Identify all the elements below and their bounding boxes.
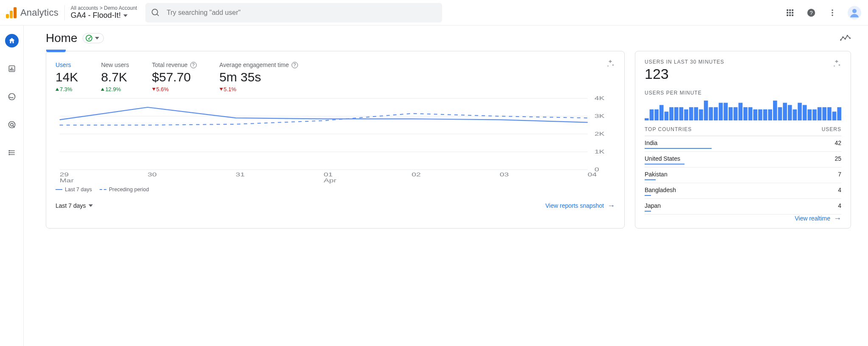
more-icon[interactable]	[826, 7, 838, 19]
page-header: Home	[46, 31, 851, 45]
topbar-actions: ?	[784, 6, 861, 20]
svg-rect-61	[689, 107, 693, 120]
country-row[interactable]: Japan4	[645, 199, 841, 215]
svg-text:Mar: Mar	[60, 178, 74, 183]
svg-rect-80	[783, 103, 787, 120]
svg-text:Apr: Apr	[324, 178, 337, 183]
metric-value: 8.7K	[101, 70, 129, 84]
svg-text:04: 04	[588, 172, 597, 177]
svg-point-30	[844, 38, 846, 39]
help-icon[interactable]: ?	[805, 7, 817, 19]
country-row[interactable]: India42	[645, 136, 841, 152]
help-icon[interactable]: ?	[190, 62, 197, 68]
search-bar[interactable]	[145, 3, 442, 22]
metric-label: Average engagement time?	[220, 61, 298, 68]
country-bar	[645, 148, 712, 149]
svg-rect-25	[8, 150, 9, 151]
svg-rect-60	[684, 109, 688, 120]
svg-rect-73	[748, 107, 753, 120]
top-bar: Analytics All accounts > Demo Account GA…	[0, 0, 868, 25]
svg-rect-75	[758, 109, 762, 120]
analytics-mark-icon	[5, 7, 16, 18]
nav-home-icon[interactable]	[5, 34, 19, 47]
range-picker[interactable]: Last 7 days	[56, 202, 93, 209]
country-bar	[645, 179, 656, 180]
svg-text:1K: 1K	[595, 149, 605, 154]
svg-text:30: 30	[147, 172, 157, 177]
svg-rect-89	[827, 107, 832, 120]
status-chip[interactable]	[83, 33, 104, 43]
metrics-row: Users14K 7.3%New users8.7K 12.9%Total re…	[56, 59, 298, 92]
country-row[interactable]: United States25	[645, 152, 841, 167]
insights-icon[interactable]	[840, 34, 851, 42]
metric-delta: 5.1%	[220, 86, 298, 92]
sparkle-icon[interactable]	[832, 59, 841, 68]
arrow-up-icon	[101, 88, 104, 91]
line-chart-svg: 01K2K3K4K29Mar303101Apr020304	[56, 96, 615, 185]
svg-point-32	[849, 37, 851, 39]
svg-rect-77	[768, 109, 772, 120]
account-avatar[interactable]	[848, 6, 861, 20]
svg-rect-63	[699, 109, 703, 120]
arrow-up-icon	[56, 88, 59, 91]
svg-rect-90	[832, 112, 837, 120]
country-row[interactable]: Bangladesh4	[645, 183, 841, 199]
legend-current: Last 7 days	[56, 187, 92, 193]
svg-rect-27	[8, 154, 9, 155]
arrow-down-icon	[220, 88, 223, 91]
view-realtime-link[interactable]: View realtime →	[795, 215, 841, 222]
svg-rect-64	[704, 100, 708, 120]
metric-users[interactable]: Users14K 7.3%	[56, 61, 78, 92]
svg-rect-6	[787, 14, 788, 16]
country-users: 4	[838, 187, 841, 193]
svg-rect-53	[650, 109, 654, 120]
account-property: GA4 - Flood-It!	[71, 11, 121, 20]
svg-rect-66	[714, 107, 718, 120]
metric-new-users[interactable]: New users8.7K 12.9%	[101, 61, 129, 92]
analytics-logo[interactable]: Analytics	[5, 7, 58, 18]
svg-rect-71	[738, 103, 743, 120]
svg-point-14	[852, 9, 857, 13]
svg-rect-56	[665, 112, 669, 120]
caret-down-icon	[95, 37, 99, 39]
account-switcher[interactable]: All accounts > Demo Account GA4 - Flood-…	[71, 4, 137, 21]
metric-average-engagement-time[interactable]: Average engagement time?5m 35s 5.1%	[220, 61, 298, 92]
country-users: 42	[835, 140, 841, 146]
view-reports-link[interactable]: View reports snapshot →	[545, 202, 615, 209]
svg-rect-74	[753, 109, 757, 120]
cards-row: Users14K 7.3%New users8.7K 12.9%Total re…	[46, 51, 851, 229]
arrow-right-icon: →	[834, 215, 841, 222]
svg-rect-8	[792, 14, 793, 16]
nav-advertising-icon[interactable]	[5, 118, 19, 131]
svg-text:03: 03	[500, 172, 509, 177]
divider	[64, 5, 65, 20]
legend-previous: Preceding period	[100, 187, 149, 193]
svg-rect-26	[8, 152, 9, 153]
svg-rect-78	[773, 100, 777, 120]
nav-reports-icon[interactable]	[5, 62, 19, 75]
nav-configure-icon[interactable]	[5, 146, 19, 159]
help-icon[interactable]: ?	[292, 62, 298, 68]
check-circle-icon	[86, 35, 92, 42]
svg-point-19	[8, 94, 15, 100]
sparkle-icon[interactable]	[606, 59, 615, 68]
chart-legend: Last 7 days Preceding period	[56, 187, 615, 193]
arrow-right-icon: →	[607, 202, 615, 209]
metric-label: Users	[56, 61, 78, 68]
svg-rect-86	[812, 109, 817, 120]
country-row[interactable]: Pakistan7	[645, 167, 841, 183]
search-input[interactable]	[166, 8, 436, 17]
apps-icon[interactable]	[784, 7, 796, 19]
metric-value: 5m 35s	[220, 70, 298, 84]
country-name: United States	[645, 155, 680, 162]
svg-rect-1	[789, 9, 791, 11]
svg-text:3K: 3K	[595, 113, 605, 119]
realtime-card: USERS IN LAST 30 MINUTES 123 USERS PER M…	[635, 51, 851, 229]
metric-total-revenue[interactable]: Total revenue?$57.70 5.6%	[152, 61, 197, 92]
arrow-down-icon	[152, 88, 156, 91]
svg-rect-72	[743, 107, 748, 120]
svg-rect-68	[723, 103, 728, 120]
realtime-card-footer: View realtime →	[645, 215, 841, 222]
metric-value: $57.70	[152, 70, 197, 84]
nav-explore-icon[interactable]	[5, 90, 19, 103]
